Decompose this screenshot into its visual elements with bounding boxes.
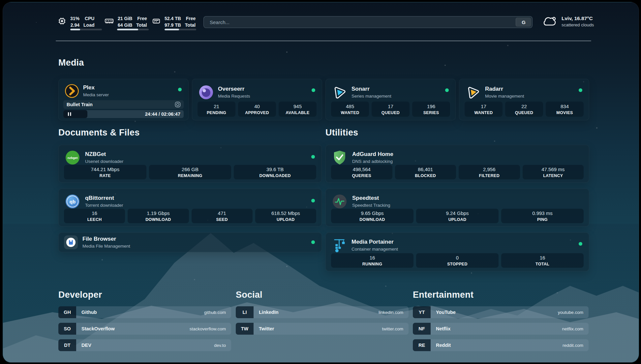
plex-logo-icon (65, 84, 79, 98)
sonarr-stats: 485WANTED 17QUEUED 196SERIES (331, 102, 450, 117)
stat-tile: 17QUEUED (372, 102, 410, 117)
memory-metric: 21 GiB 64 GiB Free Total (105, 16, 147, 28)
stat-tile: 0STOPPED (416, 253, 499, 268)
background-snow-particles (36, 22, 37, 23)
filebrowser-card[interactable]: File Browser Media File Management (58, 232, 322, 252)
bookmark-stackoverflow[interactable]: SO StackOverflowstackoverflow.com (58, 323, 231, 335)
stat-tile: 16LEECH (64, 209, 125, 223)
memory-icon (105, 17, 114, 25)
status-indicator (178, 88, 182, 91)
sonarr-card[interactable]: Sonarr Series management 485WANTED 17QUE… (325, 79, 456, 120)
bookmark-twitter[interactable]: TW Twittertwitter.com (236, 323, 409, 335)
qbittorrent-card[interactable]: qb qBittorrent Torrent downloader 16LEEC… (58, 189, 322, 227)
bookmark-name: Github (81, 310, 97, 315)
bookmark-youtube[interactable]: YT YouTubeyoutube.com (413, 306, 589, 318)
nzbget-desc: Usenet downloader (85, 159, 123, 164)
cloud-icon (542, 15, 557, 27)
bookmark-name: LinkedIn (259, 310, 279, 315)
disk-metric: 52.4 TB 97.9 TB Free Total (152, 16, 196, 28)
bookmark-abbr: GH (58, 306, 76, 318)
bookmark-name: StackOverflow (81, 326, 115, 331)
stat-tile: 266 GBREMAINING (149, 165, 231, 179)
now-playing-title: Bullet Train (67, 102, 174, 107)
bookmark-reddit[interactable]: RE Redditreddit.com (413, 339, 589, 351)
overseerr-logo-icon (199, 85, 213, 100)
memory-free-value: 21 GiB (118, 16, 132, 21)
radarr-title: Radarr (485, 86, 503, 92)
adguard-card[interactable]: AdGuard Home DNS and adblocking 498,564Q… (325, 145, 589, 183)
stat-tile: 0.993 msPING (501, 209, 584, 223)
filebrowser-logo-icon (64, 235, 78, 249)
disk-free-value: 52.4 TB (165, 16, 181, 21)
status-indicator (311, 199, 315, 202)
bookmark-netflix[interactable]: NF Netflixnetflix.com (413, 323, 589, 335)
stat-tile: 17WANTED (465, 102, 503, 117)
stat-tile: 945AVAILABLE (279, 102, 317, 117)
status-indicator (445, 88, 449, 92)
stat-tile: 498,564QUERIES (331, 165, 392, 179)
search-input[interactable] (209, 16, 507, 28)
section-title-utilities: Utilities (325, 128, 358, 138)
radarr-card[interactable]: Radarr Movie management 17WANTED 22QUEUE… (459, 79, 589, 120)
speedtest-desc: Speedtest Tracking (352, 203, 390, 208)
stat-tile: 22QUEUED (505, 102, 543, 117)
cpu-label-2: Load (83, 23, 94, 28)
nzbget-logo-icon: nzbget (65, 150, 80, 165)
svg-text:nzbget: nzbget (68, 156, 78, 160)
stat-tile: 40APPROVED (238, 102, 276, 117)
bookmark-dev[interactable]: DT DEVdev.to (58, 339, 231, 351)
status-indicator (311, 155, 315, 159)
overseerr-desc: Media Requests (218, 94, 250, 99)
bookmark-abbr: RE (413, 339, 431, 351)
nzbget-card[interactable]: nzbget NZBGet Usenet downloader 744.21 M… (58, 145, 322, 183)
plex-card[interactable]: Plex Media server Bullet Train 24:44 / 0… (58, 79, 189, 120)
bookmark-abbr: SO (58, 323, 76, 335)
speedtest-stats: 9.65 GbpsDOWNLOAD 9.24 GbpsUPLOAD 0.993 … (331, 209, 584, 223)
stat-tile: 39.6 TBDOWNLOADED (234, 165, 316, 179)
sonarr-logo-icon (332, 85, 348, 100)
portainer-desc: Container management (351, 247, 398, 252)
pause-icon (67, 112, 72, 116)
overseerr-card[interactable]: Overseerr Media Requests 21PENDING 40APP… (192, 79, 322, 120)
bookmark-url: stackoverflow.com (190, 326, 226, 331)
qbittorrent-desc: Torrent downloader (85, 203, 123, 208)
bookmark-abbr: LI (236, 306, 254, 318)
filebrowser-title: File Browser (82, 236, 116, 242)
adguard-stats: 498,564QUERIES 86,401BLOCKED 2,956FILTER… (331, 165, 584, 179)
google-search-button[interactable]: G (516, 17, 531, 27)
stat-tile: 485WANTED (331, 102, 369, 117)
stat-tile: 47.569 msLATENCY (523, 165, 584, 179)
overseerr-stats: 21PENDING 40APPROVED 945AVAILABLE (198, 102, 317, 117)
status-indicator (579, 242, 582, 246)
bookmark-github[interactable]: GH Githubgithub.com (58, 306, 231, 318)
cpu-values: 31% 2.94 (70, 16, 79, 28)
bookmark-linkedin[interactable]: LI LinkedInlinkedin.com (236, 306, 409, 318)
adguard-desc: DNS and adblocking (352, 159, 393, 164)
speedtest-logo-icon (332, 194, 347, 209)
memory-label-2: Total (136, 23, 147, 28)
portainer-title: Media Portainer (351, 239, 394, 245)
portainer-card[interactable]: Media Portainer Container management 16R… (325, 232, 589, 271)
speedtest-card[interactable]: Speedtest Speedtest Tracking 9.65 GbpsDO… (325, 189, 589, 227)
qbittorrent-title: qBittorrent (85, 195, 114, 201)
svg-text:qb: qb (70, 199, 76, 204)
portainer-stats: 16RUNNING 0STOPPED 16TOTAL (331, 253, 584, 268)
qbittorrent-stats: 16LEECH 1.19 GbpsDOWNLOAD 471SEED 618.52… (64, 209, 316, 223)
disk-label-2: Total (185, 23, 196, 28)
memory-total-value: 64 GiB (118, 23, 132, 28)
plex-now-playing: Bullet Train (63, 100, 184, 109)
radarr-stats: 17WANTED 22QUEUED 834MOVIES (465, 102, 584, 117)
sonarr-desc: Series management (351, 94, 391, 99)
bookmark-abbr: NF (413, 323, 431, 335)
search-bar: G (203, 16, 533, 28)
memory-labels: Free Total (136, 16, 147, 28)
stat-tile: 471SEED (192, 209, 253, 223)
section-title-social: Social (236, 290, 262, 300)
portainer-logo-icon (333, 237, 346, 253)
bookmark-name: Netflix (436, 326, 450, 331)
stat-tile: 196SERIES (412, 102, 450, 117)
memory-label-1: Free (137, 16, 147, 21)
memory-values: 21 GiB 64 GiB (118, 16, 132, 28)
dashboard-window: 31% 2.94 CPU Load 21 GiB 64 GiB Free Tot… (3, 2, 639, 363)
cpu-labels: CPU Load (83, 16, 94, 28)
